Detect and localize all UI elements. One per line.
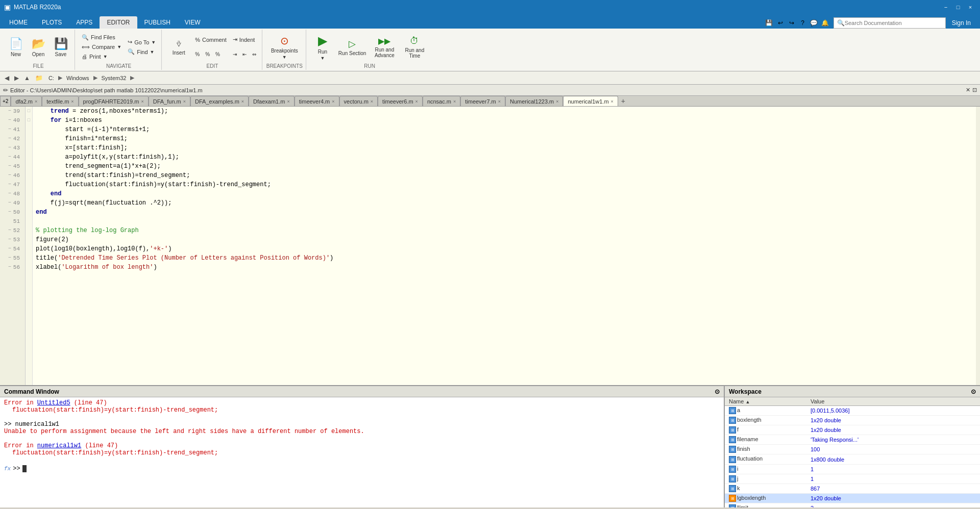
tab-close-timeever4[interactable]: ×: [332, 99, 334, 104]
wrap-comment-btn[interactable]: %: [213, 50, 223, 59]
comment-button[interactable]: % Comment: [192, 35, 229, 44]
nav-back-button[interactable]: ◀: [3, 74, 11, 82]
uncomment-btn[interactable]: %: [203, 50, 212, 59]
tab-publish[interactable]: PUBLISH: [137, 16, 178, 29]
print-button[interactable]: 🖨 Print ▼: [79, 52, 124, 61]
workspace-row-lgboxlength[interactable]: ⊞lgboxlength1x20 double: [725, 493, 980, 503]
comment-btn2[interactable]: %: [192, 50, 202, 59]
tab-close-numerical1w1[interactable]: ×: [611, 99, 614, 104]
minimize-button[interactable]: −: [940, 2, 951, 13]
breakpoints-dropdown-icon[interactable]: ▼: [282, 55, 287, 60]
cmd-options-icon[interactable]: ⊙: [715, 388, 720, 395]
find-dropdown-icon[interactable]: ▼: [150, 49, 155, 55]
run-advance-button[interactable]: ▶▶ Run and Advance: [370, 32, 399, 62]
tab-dfa-fun[interactable]: DFA_fun.m ×: [149, 96, 190, 106]
save-button[interactable]: 💾 Save: [50, 32, 71, 62]
tab-close-dfaexam1[interactable]: ×: [287, 99, 289, 104]
smart-indent-btn[interactable]: ⇔: [250, 50, 259, 59]
workspace-row-boxlength[interactable]: ⊞boxlength1x20 double: [725, 416, 980, 425]
breadcrumb-system32[interactable]: System32: [100, 74, 129, 82]
tab-vectoru[interactable]: vectoru.m ×: [339, 96, 378, 106]
run-dropdown-icon[interactable]: ▼: [320, 56, 325, 61]
workspace-row-j[interactable]: ⊞j1: [725, 474, 980, 483]
run-time-button[interactable]: ⏱ Run and Time: [400, 32, 429, 62]
tab-close-timeever6[interactable]: ×: [415, 99, 418, 104]
go-to-button[interactable]: ↪ Go To ▼: [125, 38, 158, 47]
tab-timeever6[interactable]: timeever6.m ×: [378, 96, 423, 106]
tab-plots[interactable]: PLOTS: [35, 16, 69, 29]
tab-timeever4[interactable]: timeever4.m ×: [295, 96, 339, 106]
tab-progdfahrte[interactable]: progDFAHRTE2019.m ×: [79, 96, 149, 106]
tab-close-progdfahrte[interactable]: ×: [141, 99, 143, 104]
workspace-row-k[interactable]: ⊞k867: [725, 483, 980, 493]
editor-close-icon[interactable]: ✕: [966, 87, 970, 93]
help-mini-btn[interactable]: ?: [798, 18, 808, 28]
tab-close-ncnsac[interactable]: ×: [453, 99, 456, 104]
tab-close-textfile[interactable]: ×: [71, 99, 74, 104]
tab-timeever7[interactable]: timeever7.m ×: [460, 96, 505, 106]
undo-mini-btn[interactable]: ↩: [775, 18, 786, 28]
workspace-row-f[interactable]: ⊞f1x20 double: [725, 425, 980, 435]
tab-close-timeever7[interactable]: ×: [498, 99, 501, 104]
open-button[interactable]: 📂 Open: [28, 32, 49, 62]
workspace-row-i[interactable]: ⊞i1: [725, 464, 980, 474]
workspace-row-filename[interactable]: ⊞filename'Taking Responsi...': [725, 435, 980, 445]
cmd-content[interactable]: Error in Untitled5 (line 47) fluctuation…: [0, 397, 724, 507]
print-dropdown-icon[interactable]: ▼: [103, 54, 108, 59]
tab-close-vectoru[interactable]: ×: [371, 99, 373, 104]
cmd-link-numerical1w1[interactable]: numerical1w1: [37, 442, 81, 449]
fold-39[interactable]: □: [26, 107, 32, 116]
breakpoints-button[interactable]: ⊙ Breakpoints ▼: [268, 32, 301, 62]
workspace-row-a[interactable]: ⊞a[0.0011,5.0036]: [725, 406, 980, 416]
search-box[interactable]: 🔍: [834, 17, 946, 29]
tab-add-button[interactable]: +: [618, 96, 628, 106]
tab-dfa2[interactable]: dfa2.m ×: [11, 96, 42, 106]
workspace-row-finish[interactable]: ⊞finish100: [725, 445, 980, 454]
goto-dropdown-icon[interactable]: ▼: [151, 40, 156, 45]
tab-numerical1223[interactable]: Numerical1223.m ×: [505, 96, 563, 106]
fold-40[interactable]: □: [26, 116, 32, 125]
unindent-btn[interactable]: ⇤: [240, 50, 249, 59]
compare-dropdown-icon[interactable]: ▼: [117, 44, 121, 49]
redo-mini-btn[interactable]: ↪: [787, 18, 797, 28]
editor-popout-icon[interactable]: ⊡: [972, 87, 977, 93]
compare-button[interactable]: ⟺ Compare ▼: [79, 42, 124, 52]
notification-mini-btn[interactable]: 🔔: [820, 18, 830, 28]
search-input[interactable]: [845, 20, 942, 26]
nav-up-button[interactable]: ▲: [22, 74, 32, 82]
tab-view[interactable]: VIEW: [178, 16, 208, 29]
code-lines[interactable]: trend = zeros(1,nboxes*nterms1); for i=1…: [33, 107, 976, 385]
new-button[interactable]: 📄 New: [5, 32, 27, 62]
tab-close-dfa2[interactable]: ×: [35, 99, 37, 104]
tab-home[interactable]: HOME: [2, 16, 35, 29]
maximize-button[interactable]: □: [952, 2, 964, 13]
run-button[interactable]: ▶ Run ▼: [310, 32, 335, 62]
ws-options-icon[interactable]: ⊙: [971, 388, 976, 395]
signin-button[interactable]: Sign In: [949, 19, 974, 27]
indent-button[interactable]: ⇥ Indent: [230, 35, 259, 44]
community-mini-btn[interactable]: 💬: [809, 18, 819, 28]
find-files-button[interactable]: 🔍 Find Files: [79, 33, 124, 42]
breadcrumb-c[interactable]: C:: [46, 74, 56, 82]
tab-dfaexam1[interactable]: Dfaexam1.m ×: [249, 96, 295, 106]
ws-col-name[interactable]: Name ▲: [725, 397, 806, 406]
breadcrumb-windows[interactable]: Windows: [64, 74, 91, 82]
cmd-link-untitled5[interactable]: Untitled5: [37, 399, 70, 406]
ws-col-value[interactable]: Value: [806, 397, 980, 406]
close-button[interactable]: ×: [965, 2, 976, 13]
run-section-button[interactable]: ▷ Run Section: [336, 32, 369, 62]
tab-textfile[interactable]: textfile.m ×: [42, 96, 78, 106]
find-button[interactable]: 🔍 Find ▼: [125, 47, 158, 57]
save-mini-btn[interactable]: 💾: [764, 18, 774, 28]
workspace-row-fluctuation[interactable]: ⊞fluctuation1x800 double: [725, 454, 980, 464]
cmd-cursor[interactable]: [22, 465, 27, 472]
tab-ncnsac[interactable]: ncnsac.m ×: [423, 96, 460, 106]
workspace-table-wrap[interactable]: Name ▲ Value ⊞a[0.0011,5.0036]⊞boxlength…: [725, 397, 980, 507]
tab-dfa-examples[interactable]: DFA_examples.m ×: [190, 96, 249, 106]
insert-button[interactable]: ⎀ Insert: [166, 32, 191, 62]
indent-btn2[interactable]: ⇥: [230, 50, 239, 59]
tab-close-dfa-examples[interactable]: ×: [241, 99, 244, 104]
tab-close-numerical1223[interactable]: ×: [556, 99, 558, 104]
tab-numerical1w1[interactable]: numerical1w1.m ×: [563, 96, 618, 106]
tab-editor[interactable]: EDITOR: [100, 16, 137, 29]
